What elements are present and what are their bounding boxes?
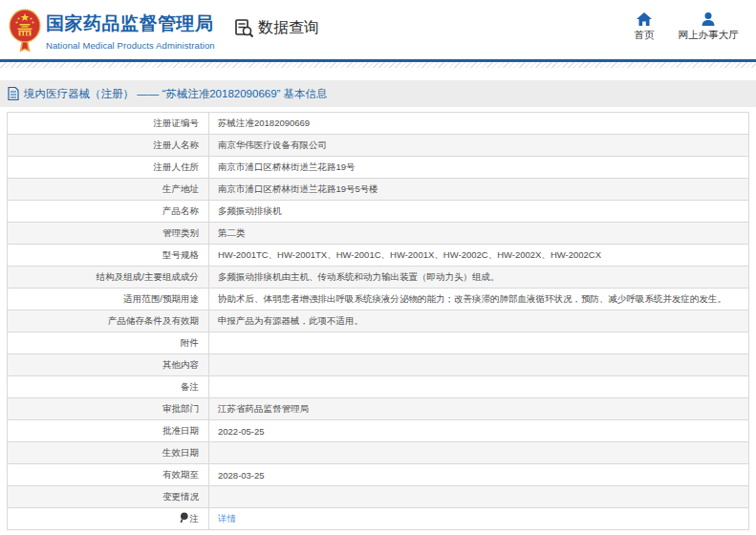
- table-row: 变更情况: [8, 486, 749, 508]
- row-label: 生效日期: [8, 442, 209, 464]
- document-search-icon: [234, 18, 254, 38]
- nav-data-query-label: 数据查询: [258, 18, 319, 38]
- row-value: [209, 376, 749, 398]
- row-label: 产品名称: [8, 201, 209, 223]
- row-label: 备注: [8, 376, 209, 398]
- table-row: 附件: [8, 332, 749, 354]
- row-value: 2022-05-25: [209, 420, 749, 442]
- row-label: 注册证编号: [8, 113, 209, 135]
- table-row-note: 注 详情: [8, 508, 749, 530]
- row-value: [209, 332, 749, 354]
- row-label: 变更情况: [8, 486, 209, 508]
- row-label: 注: [8, 508, 209, 530]
- row-label: 结构及组成/主要组成成分: [8, 267, 209, 289]
- quick-link-service-hall[interactable]: 网上办事大厅: [673, 12, 744, 42]
- row-value: 协助术后、体弱患者增强排出呼吸系统痰液分泌物的能力；改善痰滞的肺部血液循环状况，…: [209, 289, 749, 310]
- row-value: [209, 486, 749, 508]
- info-table-wrap: 注册证编号苏械注准20182090669 注册人名称南京华伟医疗设备有限公司 注…: [0, 107, 756, 530]
- row-label: 批准日期: [8, 420, 209, 442]
- person-icon: [701, 12, 716, 26]
- table-row: 有效期至2028-03-25: [8, 464, 749, 486]
- table-row: 备注: [8, 376, 749, 398]
- breadcrumb: 境内医疗器械（注册） —— “苏械注准20182090669” 基本信息: [0, 80, 756, 107]
- table-row: 产品储存条件及有效期申报产品为有源器械，此项不适用。: [8, 310, 749, 332]
- quick-link-home[interactable]: 首页: [623, 12, 665, 42]
- table-row: 注册证编号苏械注准20182090669: [8, 113, 749, 135]
- table-row: 型号规格HW-2001TC、HW-2001TX、HW-2001C、HW-2001…: [8, 245, 749, 267]
- quick-link-service-hall-label: 网上办事大厅: [679, 29, 739, 40]
- header: 国家药品监督管理局 National Medical Products Admi…: [0, 0, 756, 59]
- row-value: 南京华伟医疗设备有限公司: [209, 135, 749, 157]
- table-row: 适用范围/预期用途协助术后、体弱患者增强排出呼吸系统痰液分泌物的能力；改善痰滞的…: [8, 289, 749, 310]
- table-row: 批准日期2022-05-25: [8, 420, 749, 442]
- row-value: 2028-03-25: [209, 464, 749, 486]
- row-label: 管理类别: [8, 223, 209, 245]
- row-label: 产品储存条件及有效期: [8, 310, 209, 332]
- row-value: 南京市浦口区桥林街道兰花路19号: [209, 157, 749, 179]
- table-row: 结构及组成/主要组成成分多频振动排痰机由主机、传动系统和动力输出装置（即动力头）…: [8, 267, 749, 289]
- home-icon: [637, 12, 652, 26]
- site-title: 国家药品监督管理局: [46, 11, 215, 36]
- site-subtitle: National Medical Products Administration: [46, 40, 215, 51]
- nav-data-query[interactable]: 数据查询: [234, 18, 319, 38]
- row-value: 多频振动排痰机: [209, 201, 749, 223]
- national-emblem-icon: [8, 6, 42, 54]
- row-value: 苏械注准20182090669: [209, 113, 749, 135]
- row-label: 审批部门: [8, 398, 209, 420]
- row-label: 附件: [8, 332, 209, 354]
- quick-link-home-label: 首页: [635, 29, 655, 40]
- row-label: 有效期至: [8, 464, 209, 486]
- note-pin-icon: [180, 512, 188, 525]
- table-row: 生效日期: [8, 442, 749, 464]
- row-value: 详情: [209, 508, 749, 530]
- site-title-block: 国家药品监督管理局 National Medical Products Admi…: [46, 11, 215, 51]
- row-label: 注册人名称: [8, 135, 209, 157]
- info-table: 注册证编号苏械注准20182090669 注册人名称南京华伟医疗设备有限公司 注…: [7, 112, 749, 530]
- row-label: 生产地址: [8, 179, 209, 201]
- row-value: [209, 354, 749, 376]
- table-row: 审批部门江苏省药品监督管理局: [8, 398, 749, 420]
- detail-link[interactable]: 详情: [218, 513, 236, 524]
- row-value: 南京市浦口区桥林街道兰花路19号5号楼: [209, 179, 749, 201]
- row-value: 申报产品为有源器械，此项不适用。: [209, 310, 749, 332]
- table-row: 注册人住所南京市浦口区桥林街道兰花路19号: [8, 157, 749, 179]
- row-value: HW-2001TC、HW-2001TX、HW-2001C、HW-2001X、HW…: [209, 245, 749, 267]
- table-row: 其他内容: [8, 354, 749, 376]
- document-icon: [8, 87, 19, 100]
- row-label: 其他内容: [8, 354, 209, 376]
- row-value: 多频振动排痰机由主机、传动系统和动力输出装置（即动力头）组成。: [209, 267, 749, 289]
- row-value: [209, 442, 749, 464]
- table-row: 产品名称多频振动排痰机: [8, 201, 749, 223]
- breadcrumb-text: 境内医疗器械（注册） —— “苏械注准20182090669” 基本信息: [24, 87, 328, 101]
- row-label: 注册人住所: [8, 157, 209, 179]
- row-value: 第二类: [209, 223, 749, 245]
- table-row: 管理类别第二类: [8, 223, 749, 245]
- row-label: 型号规格: [8, 245, 209, 267]
- row-label: 适用范围/预期用途: [8, 289, 209, 310]
- row-value: 江苏省药品监督管理局: [209, 398, 749, 420]
- table-row: 注册人名称南京华伟医疗设备有限公司: [8, 135, 749, 157]
- table-row: 生产地址南京市浦口区桥林街道兰花路19号5号楼: [8, 179, 749, 201]
